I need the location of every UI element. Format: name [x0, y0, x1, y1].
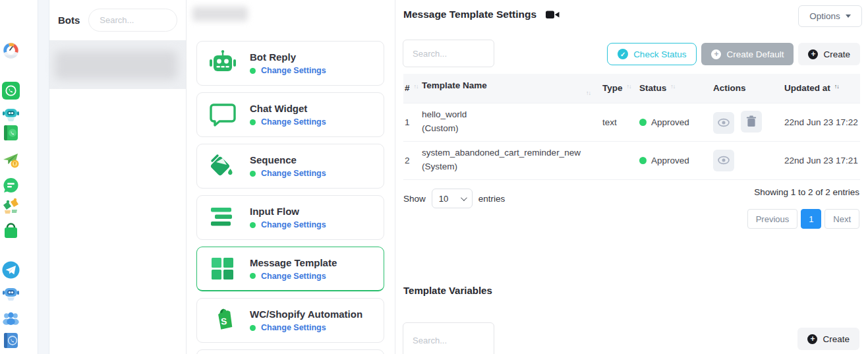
template-name: hello_world	[422, 108, 600, 122]
previous-page-button[interactable]: Previous	[747, 209, 798, 229]
sort-icon: ↑↓	[414, 83, 419, 90]
chatbot-icon[interactable]	[2, 105, 20, 123]
status-dot	[250, 171, 256, 177]
status-cell: Approved	[638, 103, 712, 141]
dashboard-icon[interactable]	[2, 42, 20, 59]
team-icon[interactable]	[2, 309, 20, 327]
settings-card-input-flow[interactable]: Input Flow Change Settings	[196, 195, 384, 240]
status-cell: Approved	[638, 141, 712, 179]
settings-card-chat-widget[interactable]: Chat Widget Change Settings	[196, 92, 384, 137]
change-settings-link[interactable]: Change Settings	[261, 220, 326, 229]
integrations-icon[interactable]	[2, 197, 20, 215]
plus-icon	[711, 49, 721, 59]
template-source: (Custom)	[422, 122, 600, 136]
settings-card-message-template[interactable]: Message Template Change Settings	[196, 247, 384, 291]
variables-search-input[interactable]	[403, 322, 494, 354]
create-button[interactable]: Create	[798, 43, 860, 65]
redacted-bot-name	[55, 51, 177, 80]
status-dot	[250, 325, 256, 331]
settings-card-title: WC/Shopify Automation	[250, 309, 362, 320]
eye-icon	[717, 118, 730, 127]
column-header-index[interactable]: #↑↓	[403, 74, 420, 103]
settings-card-wc-shopify[interactable]: S WC/Shopify Automation Change Settings	[196, 298, 384, 343]
shopify-icon: S	[208, 306, 237, 335]
sequence-icon	[208, 152, 237, 181]
video-camera-icon[interactable]	[546, 10, 560, 20]
sort-icon: ↑↓	[627, 83, 631, 90]
change-settings-link[interactable]: Change Settings	[261, 323, 326, 332]
plus-icon	[808, 49, 818, 59]
table-row: 1 hello_world (Custom) text Approved 22n…	[403, 103, 860, 141]
input-flow-icon	[208, 203, 237, 232]
create-variable-button[interactable]: Create	[797, 328, 859, 350]
column-header-status[interactable]: Status↑↓	[638, 74, 712, 103]
show-label: Show	[403, 194, 426, 204]
template-type: text	[601, 103, 638, 141]
settings-card-title: Chat Widget	[250, 103, 326, 114]
change-settings-link[interactable]: Change Settings	[261, 272, 326, 281]
chat-widget-icon	[208, 100, 237, 129]
check-icon	[618, 49, 628, 59]
column-header-template-name[interactable]: Template Name↑↓	[420, 74, 601, 103]
updated-at-cell: 22nd Jun 23 17:21	[783, 141, 860, 179]
page-1-button[interactable]: 1	[801, 209, 821, 229]
row-index: 2	[403, 141, 420, 179]
store-icon[interactable]	[2, 222, 20, 240]
plus-icon	[807, 334, 817, 344]
settings-card-sequence[interactable]: Sequence Change Settings	[196, 144, 384, 189]
template-search-input[interactable]	[403, 40, 494, 67]
chevron-down-icon	[846, 15, 851, 18]
page-size-select[interactable]: 10	[432, 189, 473, 208]
redacted-panel-title	[192, 7, 248, 21]
whatsapp-icon[interactable]	[2, 82, 20, 100]
change-settings-link[interactable]: Change Settings	[261, 66, 326, 75]
status-dot	[250, 222, 256, 228]
main-content: Message Template Settings Options Check …	[395, 0, 868, 354]
actions-cell	[712, 103, 783, 141]
bot-list-item-selected[interactable]	[49, 41, 186, 89]
view-button[interactable]	[713, 112, 734, 134]
trash-icon	[746, 115, 757, 127]
check-status-button[interactable]: Check Status	[607, 43, 697, 65]
options-button[interactable]: Options	[798, 5, 862, 27]
approved-dot	[639, 157, 647, 164]
broadcast-icon[interactable]	[2, 151, 20, 169]
template-type	[601, 141, 638, 179]
table-row: 2 system_abandoned_cart_reminder_new (Sy…	[403, 141, 860, 179]
bots-search-input[interactable]	[88, 9, 177, 32]
entries-summary: Showing 1 to 2 of 2 entries	[754, 187, 859, 197]
channel-rail	[0, 0, 38, 354]
pagination: Previous 1 Next	[747, 209, 859, 229]
column-header-updated-at[interactable]: Updated at↑↓	[783, 74, 860, 103]
phonebook-blue-icon[interactable]	[2, 332, 20, 349]
change-settings-link[interactable]: Change Settings	[261, 169, 326, 178]
status-badge: Approved	[651, 156, 689, 165]
settings-card-bot-reply[interactable]: Bot Reply Change Settings	[196, 41, 384, 86]
create-default-button[interactable]: Create Default	[701, 43, 794, 65]
row-index: 1	[403, 103, 420, 141]
column-header-type[interactable]: Type↑↓	[601, 74, 638, 103]
templates-table: #↑↓ Template Name↑↓ Type↑↓ Status↑↓ Acti…	[403, 74, 860, 180]
settings-card-partial[interactable]	[196, 349, 384, 354]
settings-card-title: Bot Reply	[250, 51, 326, 63]
column-header-actions: Actions	[712, 74, 783, 103]
template-variables-title: Template Variables	[403, 285, 492, 296]
telegram-icon[interactable]	[2, 261, 20, 279]
sort-icon: ↑↓	[586, 90, 591, 96]
rail-gutter	[38, 0, 49, 354]
page-title: Message Template Settings	[403, 9, 536, 20]
entries-label: entries	[478, 194, 506, 204]
contacts-green-icon[interactable]	[2, 124, 20, 142]
table-header-row: #↑↓ Template Name↑↓ Type↑↓ Status↑↓ Acti…	[403, 74, 860, 103]
change-settings-link[interactable]: Change Settings	[261, 117, 326, 127]
telegram-bot-icon[interactable]	[2, 284, 20, 302]
delete-button[interactable]	[741, 111, 762, 133]
chevron-down-icon	[461, 194, 467, 201]
next-page-button[interactable]: Next	[825, 209, 859, 229]
live-chat-icon[interactable]	[2, 177, 20, 194]
template-source: (System)	[422, 160, 600, 174]
template-name-cell: system_abandoned_cart_reminder_new (Syst…	[420, 141, 601, 179]
template-name-cell: hello_world (Custom)	[420, 103, 601, 141]
view-button[interactable]	[713, 150, 734, 171]
settings-panel: Bot Reply Change Settings Chat Widget Ch…	[187, 0, 395, 354]
